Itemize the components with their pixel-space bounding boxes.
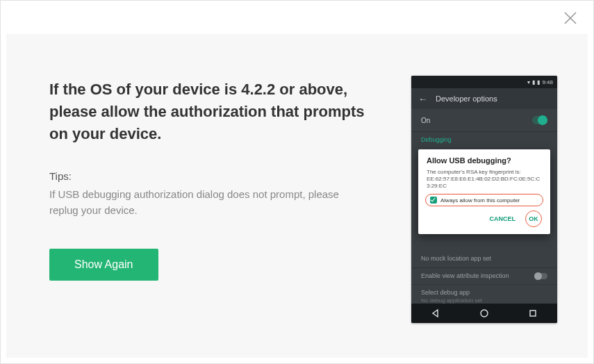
debugging-section-label: Debugging [411, 132, 557, 144]
svg-point-3 [481, 310, 488, 317]
usb-debugging-dialog: Allow USB debugging? The computer's RSA … [418, 149, 550, 234]
on-label: On [421, 117, 430, 124]
toggle-off-icon [535, 273, 547, 279]
close-button[interactable] [563, 10, 578, 26]
close-icon [563, 10, 578, 26]
checkbox-checked-icon [430, 197, 437, 204]
rsa-fingerprint: EE:62:57:E8:E6:E1:4B:02:D2:BD:FC:0E:5C:C… [427, 176, 542, 190]
tips-label: Tips: [49, 170, 383, 182]
usb-dialog-actions: CANCEL OK [427, 210, 542, 227]
tips-text: If USB debugging authorization dialog do… [49, 186, 355, 219]
svg-marker-2 [433, 310, 438, 317]
back-arrow-icon: ← [418, 94, 427, 104]
phone-nav-bar [411, 304, 557, 323]
nav-recent-icon [528, 308, 538, 318]
usb-dialog-cancel: CANCEL [490, 215, 516, 222]
titlebar [1, 1, 593, 34]
dialog-body: If the OS of your device is 4.2.2 or abo… [6, 34, 588, 358]
phone-status-bar: ▾ ▮ ▮ 9:48 [411, 76, 557, 88]
usb-dialog-title: Allow USB debugging? [427, 156, 542, 165]
phone-clock: 9:48 [542, 79, 553, 85]
phone-screen-header: ← Developer options [411, 88, 557, 109]
signal-icon: ▮ [532, 79, 535, 85]
wifi-icon: ▾ [527, 79, 530, 85]
battery-icon: ▮ [537, 79, 540, 85]
instruction-panel: If the OS of your device is 4.2.2 or abo… [49, 78, 383, 281]
phone-screen-title: Developer options [436, 94, 497, 103]
phone-illustration: ▾ ▮ ▮ 9:48 ← Developer options On Debugg… [411, 76, 557, 323]
usb-dialog-ok: OK [529, 215, 538, 222]
authorize-device-dialog: If the OS of your device is 4.2.2 or abo… [0, 0, 594, 364]
no-mock-label: No mock location app set [421, 255, 491, 262]
always-allow-highlight: Always allow from this computer [425, 194, 543, 206]
nav-home-icon [479, 308, 489, 318]
show-again-button[interactable]: Show Again [49, 249, 158, 281]
developer-options-on-row: On [411, 109, 557, 132]
enable-view-label: Enable view attribute inspection [421, 272, 509, 281]
fingerprint-lead: The computer's RSA key fingerprint is: [427, 169, 542, 176]
always-allow-label: Always allow from this computer [440, 197, 520, 204]
select-debug-label: Select debug app [421, 289, 547, 297]
toggle-on-icon [532, 116, 547, 124]
enable-view-row: Enable view attribute inspection [411, 267, 557, 285]
svg-rect-4 [530, 311, 536, 316]
no-mock-row: No mock location app set [411, 251, 557, 267]
instruction-heading: If the OS of your device is 4.2.2 or abo… [49, 78, 383, 145]
nav-back-icon [431, 308, 440, 318]
phone-rows-behind-dialog: No mock location app set Enable view att… [411, 251, 557, 308]
ok-highlight-circle: OK [525, 210, 542, 227]
